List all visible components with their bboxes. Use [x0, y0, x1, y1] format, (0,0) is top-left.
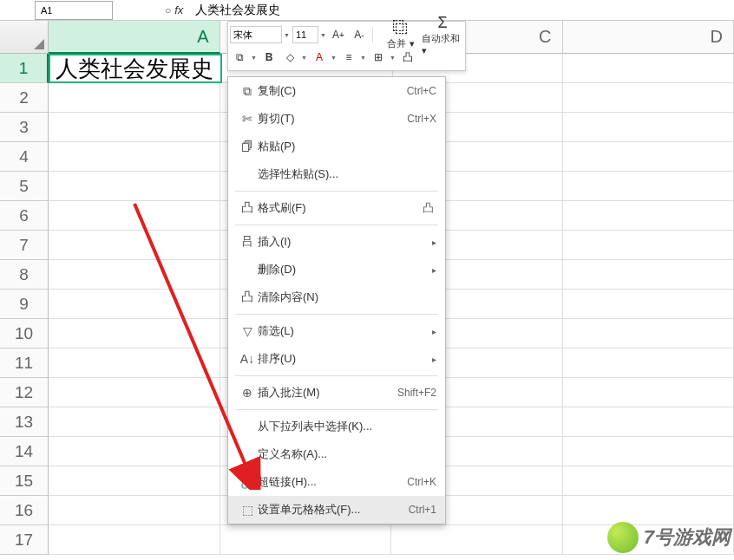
row-header[interactable]: 12	[0, 378, 49, 407]
row-header[interactable]: 5	[0, 172, 49, 201]
align-icon[interactable]: ≡	[339, 48, 358, 67]
cell[interactable]	[563, 172, 735, 201]
cell[interactable]	[563, 407, 735, 437]
row-header[interactable]: 2	[0, 83, 49, 113]
cell[interactable]	[563, 113, 735, 142]
chevron-down-icon[interactable]: ▼	[251, 55, 258, 61]
cell[interactable]	[49, 525, 220, 555]
cell[interactable]	[49, 231, 220, 260]
format-painter-icon[interactable]: 凸	[398, 48, 417, 67]
menu-item[interactable]: ⧉复制(C)Ctrl+C	[228, 77, 445, 105]
font-size-select[interactable]	[292, 26, 318, 43]
menu-item[interactable]: 凸清除内容(N)	[228, 283, 445, 311]
menu-item-icon: ✄	[237, 112, 258, 126]
chevron-down-icon[interactable]: ▼	[320, 32, 327, 38]
menu-item[interactable]: ▽筛选(L)▸	[228, 317, 445, 345]
row-header[interactable]: 10	[0, 319, 49, 348]
menu-item[interactable]: 选择性粘贴(S)...	[228, 160, 445, 188]
cell[interactable]	[49, 172, 220, 201]
menu-item-shortcut: Ctrl+1	[409, 504, 436, 516]
font-select[interactable]	[230, 26, 282, 43]
cell[interactable]	[49, 260, 220, 290]
row-header[interactable]: 8	[0, 260, 49, 290]
chevron-down-icon[interactable]: ▼	[301, 55, 308, 61]
row-header[interactable]: 4	[0, 142, 49, 172]
cell[interactable]	[563, 437, 735, 466]
cell[interactable]	[563, 319, 735, 348]
menu-item[interactable]: 凸格式刷(F)凸	[228, 194, 445, 222]
cell[interactable]	[391, 525, 563, 555]
cell[interactable]	[49, 437, 220, 466]
menu-item-label: 超链接(H)...	[258, 474, 407, 490]
row-header[interactable]: 7	[0, 231, 49, 260]
cell[interactable]	[563, 290, 735, 319]
chevron-down-icon[interactable]: ▼	[390, 55, 396, 61]
row-header[interactable]: 17	[0, 525, 49, 555]
menu-item[interactable]: 删除(D)▸	[228, 256, 445, 283]
cell[interactable]	[563, 83, 735, 113]
col-header-d[interactable]: D	[563, 21, 735, 54]
cell[interactable]	[49, 83, 220, 113]
cell[interactable]	[563, 348, 735, 378]
menu-item[interactable]: ✄剪切(T)Ctrl+X	[228, 105, 445, 133]
cell[interactable]	[563, 142, 735, 172]
cell[interactable]	[49, 319, 220, 348]
chevron-down-icon[interactable]: ▼	[331, 55, 338, 61]
chevron-right-icon: ▸	[432, 238, 436, 247]
row-header[interactable]: 15	[0, 466, 49, 496]
chevron-down-icon[interactable]: ▼	[360, 55, 367, 61]
bold-icon[interactable]: B	[259, 48, 279, 67]
formula-input[interactable]: 人类社会发展史	[192, 3, 284, 18]
cell[interactable]: 人类社会发展史	[49, 54, 222, 83]
row-header[interactable]: 1	[0, 54, 49, 83]
cell[interactable]	[563, 378, 735, 407]
cell[interactable]	[49, 201, 220, 231]
cell[interactable]	[49, 496, 220, 525]
menu-item[interactable]: 从下拉列表中选择(K)...	[228, 413, 445, 440]
cell[interactable]	[563, 201, 735, 231]
copy-icon[interactable]: ⧉	[230, 48, 249, 67]
cell[interactable]	[563, 496, 735, 525]
cell[interactable]	[49, 466, 220, 496]
col-header-a[interactable]: A	[49, 21, 220, 54]
row-header[interactable]: 13	[0, 407, 49, 437]
cell-name-box[interactable]: A1	[35, 1, 113, 20]
row-header[interactable]: 3	[0, 113, 49, 142]
cell[interactable]	[49, 290, 220, 319]
increase-font-icon[interactable]: A+	[329, 25, 348, 44]
decrease-font-icon[interactable]: A-	[350, 25, 369, 44]
font-color-icon[interactable]: A	[310, 48, 329, 67]
cell[interactable]	[563, 231, 735, 260]
fill-color-icon[interactable]: ◇	[280, 48, 299, 67]
cell[interactable]	[563, 466, 735, 496]
row-header[interactable]: 14	[0, 437, 49, 466]
cell[interactable]	[49, 142, 220, 172]
menu-item[interactable]: A↓排序(U)▸	[228, 345, 445, 373]
menu-item[interactable]: ⬚设置单元格格式(F)...Ctrl+1	[228, 496, 445, 524]
cell[interactable]	[563, 260, 735, 290]
cell[interactable]	[49, 113, 220, 142]
row-header[interactable]: 9	[0, 290, 49, 319]
border-icon[interactable]: ⊞	[369, 48, 388, 67]
menu-item[interactable]: 吕插入(I)▸	[228, 228, 445, 256]
chevron-down-icon[interactable]: ▼	[284, 32, 291, 38]
menu-item-label: 删除(D)	[258, 262, 432, 277]
menu-item-shortcut: Ctrl+X	[407, 113, 436, 125]
menu-item[interactable]: 定义名称(A)...	[228, 440, 445, 468]
menu-item[interactable]: 🗍粘贴(P)	[228, 133, 445, 160]
cell[interactable]	[220, 525, 392, 555]
cell[interactable]	[49, 378, 220, 407]
fx-label[interactable]: fx	[174, 3, 183, 16]
cell[interactable]	[49, 407, 220, 437]
menu-item[interactable]: 🔗超链接(H)...Ctrl+K	[228, 468, 445, 496]
select-all-corner[interactable]	[0, 21, 49, 54]
cell[interactable]	[49, 348, 220, 378]
cell[interactable]	[563, 54, 734, 83]
menu-item-label: 选择性粘贴(S)...	[258, 166, 436, 182]
row-header[interactable]: 16	[0, 496, 49, 525]
format-painter-icon: 凸	[419, 200, 436, 216]
row-header[interactable]: 6	[0, 201, 49, 231]
menu-item[interactable]: ⊕插入批注(M)Shift+F2	[228, 379, 445, 407]
row-header[interactable]: 11	[0, 348, 49, 378]
menu-item-icon: ⬚	[237, 503, 258, 517]
